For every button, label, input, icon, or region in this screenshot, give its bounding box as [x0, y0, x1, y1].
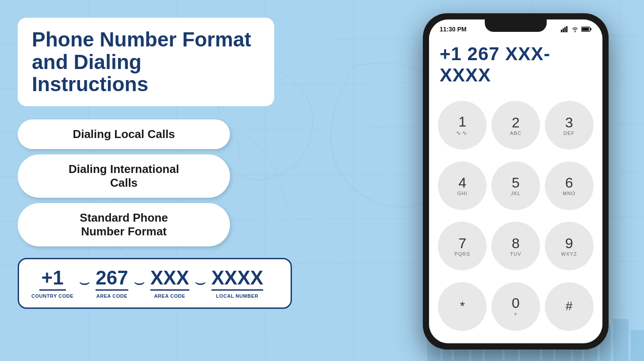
menu-item-local[interactable]: Dialing Local Calls — [18, 119, 230, 149]
dial-key-8[interactable]: 8 TUV — [491, 222, 540, 270]
area-code-label: AREA CODE — [96, 293, 128, 299]
format-separator-2: ⌣ — [134, 272, 145, 292]
status-icons — [561, 26, 592, 32]
dial-num-4: 4 — [458, 175, 466, 191]
dial-sub-3: DEF — [564, 131, 575, 136]
dial-num-0: 0 — [512, 296, 520, 311]
dial-num-star: * — [460, 300, 465, 313]
exchange-label: AREA CODE — [154, 293, 185, 299]
dial-sub-5: JKL — [511, 191, 521, 196]
phone-number-display: +1 267 XXX-XXXX — [429, 35, 602, 93]
country-code-value: +1 — [39, 268, 66, 291]
title-box: Phone Number Format and Dialing Instruct… — [18, 18, 274, 106]
dial-key-5[interactable]: 5 JKL — [491, 161, 540, 210]
format-separator-1: ⌣ — [79, 272, 90, 292]
dial-num-9: 9 — [565, 236, 573, 251]
area-code-value: 267 — [96, 268, 128, 291]
format-area-code: 267 AREA CODE — [96, 268, 128, 299]
dial-sub-8: TUV — [510, 251, 521, 257]
status-time: 11:30 PM — [440, 26, 467, 33]
dial-num-2: 2 — [512, 115, 520, 131]
dial-key-9[interactable]: 9 WXYZ — [545, 222, 594, 270]
dial-sub-0: + — [514, 311, 518, 317]
menu-items: Dialing Local Calls Dialing Internationa… — [18, 119, 292, 246]
dial-key-7[interactable]: 7 PQRS — [438, 222, 487, 270]
page-title: Phone Number Format and Dialing Instruct… — [32, 28, 260, 96]
menu-item-international-label: Dialing International Calls — [34, 162, 214, 190]
phone-format-box: +1 COUNTRY CODE ⌣ 267 AREA CODE ⌣ XXX AR… — [18, 258, 292, 309]
dial-key-2[interactable]: 2 ABC — [491, 101, 540, 150]
local-number-value: XXXX — [211, 268, 263, 291]
dial-num-6: 6 — [565, 175, 573, 191]
menu-item-international[interactable]: Dialing International Calls — [18, 154, 230, 198]
svg-rect-40 — [590, 28, 592, 31]
battery-icon — [581, 26, 592, 32]
svg-rect-35 — [561, 30, 562, 32]
format-separator-3: ⌣ — [195, 272, 206, 292]
svg-rect-38 — [566, 26, 567, 32]
svg-rect-31 — [613, 319, 629, 361]
svg-rect-41 — [582, 28, 589, 31]
dial-sub-7: PQRS — [455, 251, 471, 257]
dial-sub-4: GHI — [457, 191, 468, 196]
format-local-number: XXXX LOCAL NUMBER — [211, 268, 263, 299]
format-country-code: +1 COUNTRY CODE — [31, 268, 73, 299]
phone-mockup: 11:30 PM — [423, 13, 609, 349]
dialpad: 1 ∿∿ 2 ABC 3 DEF 4 GHI 5 JKL — [429, 93, 602, 343]
dial-key-4[interactable]: 4 GHI — [438, 161, 487, 210]
country-code-label: COUNTRY CODE — [31, 293, 73, 299]
format-exchange: XXX AREA CODE — [150, 268, 189, 299]
local-number-label: LOCAL NUMBER — [216, 293, 259, 299]
dial-sub-2: ABC — [510, 131, 521, 136]
dial-num-8: 8 — [512, 236, 520, 251]
dial-sub-9: WXYZ — [561, 251, 577, 257]
signal-icon — [561, 26, 569, 32]
svg-rect-37 — [564, 27, 566, 32]
phone-outer: 11:30 PM — [423, 13, 609, 349]
phone-notch — [485, 19, 547, 32]
menu-item-standard-label: Standard Phone Number Format — [34, 211, 214, 238]
dial-num-5: 5 — [512, 175, 520, 191]
dial-sub-6: MNO — [563, 191, 575, 196]
dial-key-3[interactable]: 3 DEF — [545, 101, 594, 150]
dial-num-7: 7 — [458, 236, 466, 251]
dial-num-1: 1 — [458, 114, 466, 130]
wifi-icon — [571, 26, 579, 32]
menu-item-local-label: Dialing Local Calls — [34, 127, 214, 141]
displayed-number: +1 267 XXX-XXXX — [440, 43, 592, 86]
dial-key-hash[interactable]: # — [545, 282, 594, 331]
dial-key-star[interactable]: * — [438, 282, 487, 331]
dial-key-1[interactable]: 1 ∿∿ — [438, 101, 487, 150]
dial-key-6[interactable]: 6 MNO — [545, 161, 594, 210]
dial-key-0[interactable]: 0 + — [491, 282, 540, 331]
dial-num-3: 3 — [565, 115, 573, 131]
dial-num-hash: # — [566, 300, 573, 313]
menu-item-standard[interactable]: Standard Phone Number Format — [18, 203, 230, 246]
exchange-value: XXX — [150, 268, 189, 291]
left-panel: Phone Number Format and Dialing Instruct… — [0, 0, 310, 361]
svg-rect-32 — [631, 330, 644, 361]
dial-sub-1: ∿∿ — [456, 130, 468, 136]
phone-screen: 11:30 PM — [429, 19, 602, 343]
svg-rect-36 — [563, 28, 564, 32]
